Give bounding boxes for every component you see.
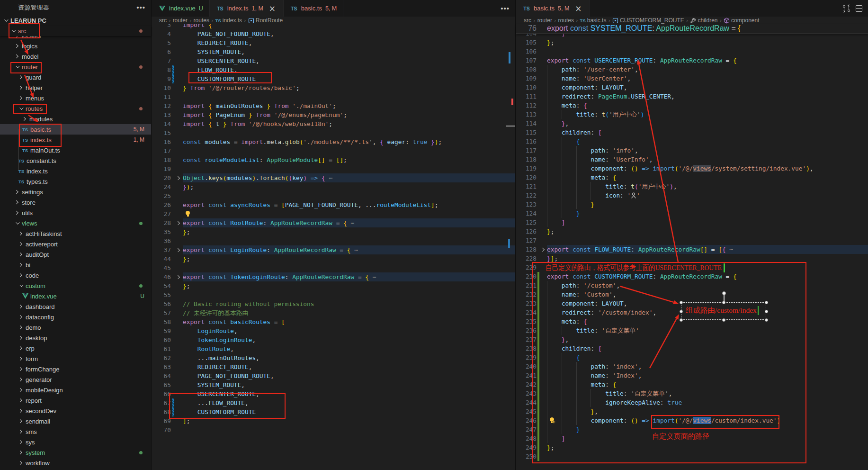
tree-item-workflow[interactable]: workflow <box>0 458 151 468</box>
fold-chevron-icon[interactable] <box>174 272 183 281</box>
code-line-249[interactable]: 249}; <box>516 443 868 452</box>
tree-item-utils[interactable]: utils <box>0 208 151 218</box>
chevron-right-icon[interactable] <box>17 230 25 237</box>
code-line-68[interactable]: 68 CUSTOMFORM_ROUTE <box>152 407 515 416</box>
code-line-247[interactable]: 247 } <box>516 425 868 434</box>
code-line-37[interactable]: 37export const LoginRoute: AppRouteRecor… <box>152 245 515 254</box>
chevron-right-icon[interactable] <box>13 209 21 217</box>
tree-item-custom[interactable]: custom <box>0 280 151 291</box>
code-line-112[interactable]: 112 meta: { <box>516 101 868 110</box>
code-line-36[interactable]: 36 <box>152 236 515 245</box>
code-line-3[interactable]: 3import { <box>152 24 515 29</box>
chevron-right-icon[interactable] <box>13 199 21 206</box>
code-line-26[interactable]: 26export const asyncRoutes = [PAGE_NOT_F… <box>152 200 515 209</box>
textbox-resize-handle[interactable] <box>765 318 768 322</box>
chevron-right-icon[interactable] <box>13 42 21 50</box>
tree-item-LEARUN-PC[interactable]: LEARUN PC <box>0 15 151 26</box>
code-line-105[interactable]: 105}; <box>516 38 868 47</box>
code-line-18[interactable]: 18const routeModuleList: AppRouteModule[… <box>152 155 515 164</box>
chevron-right-icon[interactable] <box>17 303 25 310</box>
chevron-down-icon[interactable] <box>9 27 17 35</box>
code-line-76[interactable]: 76export const SYSTEM_ROUTE: AppRouteRec… <box>516 24 868 33</box>
code-line-231[interactable]: 231 path: '/custom', <box>516 281 868 290</box>
tab-close-icon[interactable]: × <box>268 4 277 13</box>
code-line-55[interactable]: 55 <box>152 290 515 299</box>
code-line-59[interactable]: 59 LoginRoute, <box>152 326 515 335</box>
tab-basic-ts[interactable]: TSbasic.ts5, M <box>284 0 343 17</box>
code-line-229[interactable]: 229 <box>516 263 868 272</box>
fold-chevron-icon[interactable] <box>174 218 183 227</box>
code-line-8[interactable]: 8 FLOW_ROUTE, <box>152 65 515 74</box>
code-line-113[interactable]: 113 title: t('用户中心') <box>516 110 868 119</box>
tree-item-constant.ts[interactable]: TSconstant.ts <box>0 155 151 166</box>
code-line-243[interactable]: 243 title: '自定义菜单', <box>516 389 868 398</box>
code-line-119[interactable]: 119 component: () => import('/@/views/sy… <box>516 164 868 173</box>
chevron-right-icon[interactable] <box>17 73 25 81</box>
code-line-4[interactable]: 4 PAGE_NOT_FOUND_ROUTE, <box>152 29 515 38</box>
breadcrumb-item-src[interactable]: src <box>524 17 531 24</box>
code-line-108[interactable]: 108 path: '/user-center', <box>516 65 868 74</box>
code-line-238[interactable]: 238 children: [ <box>516 344 868 353</box>
chevron-right-icon[interactable] <box>17 334 25 342</box>
chevron-right-icon[interactable] <box>17 376 25 383</box>
tree-item-routes[interactable]: routes <box>0 103 151 114</box>
tree-item-sendmail[interactable]: sendmail <box>0 416 151 426</box>
chevron-right-icon[interactable] <box>21 115 28 123</box>
tab-index-vue[interactable]: index.vueU <box>152 0 210 17</box>
code-line-235[interactable]: 235 meta: { <box>516 317 868 326</box>
chevron-right-icon[interactable] <box>13 53 21 60</box>
code-line-66[interactable]: 66 USERCENTER_ROUTE, <box>152 389 515 398</box>
chevron-right-icon[interactable] <box>17 365 25 373</box>
code-line-24[interactable]: 24}); <box>152 182 515 191</box>
code-line-239[interactable]: 239 { <box>516 353 868 362</box>
code-area[interactable]: 3import {4 PAGE_NOT_FOUND_ROUTE,5 REDIRE… <box>152 24 515 470</box>
editor-more-icon[interactable]: ••• <box>501 6 510 11</box>
code-line-35[interactable]: 35}; <box>152 227 515 236</box>
code-line-54[interactable]: 54}; <box>152 281 515 290</box>
tree-item-logics[interactable]: logics <box>0 41 151 51</box>
tree-item-router[interactable]: router <box>0 62 151 72</box>
chevron-right-icon[interactable] <box>17 313 25 321</box>
code-line-7[interactable]: 7 USERCENTER_ROUTE, <box>152 56 515 65</box>
code-area[interactable]: 104 ]105};106107export const USERCENTER_… <box>516 24 868 470</box>
chevron-right-icon[interactable] <box>17 251 25 258</box>
tree-item-guard[interactable]: guard <box>0 72 151 82</box>
code-line-5[interactable]: 5 REDIRECT_ROUTE, <box>152 38 515 47</box>
chevron-right-icon[interactable] <box>17 324 25 331</box>
tree-item-model[interactable]: model <box>0 51 151 62</box>
code-line-12[interactable]: 12import { mainOutRoutes } from './mainO… <box>152 101 515 110</box>
code-line-123[interactable]: 123 } <box>516 200 868 209</box>
code-line-111[interactable]: 111 redirect: PageEnum.USER_CENTER, <box>516 92 868 101</box>
code-line-67[interactable]: 67 ...FLOW_ROUTE, <box>152 398 515 407</box>
fold-chevron-icon[interactable] <box>174 245 183 254</box>
breadcrumb-item-router[interactable]: router <box>537 17 552 24</box>
tree-item-store[interactable]: store <box>0 197 151 208</box>
breadcrumb-item-RootRoute[interactable]: RootRoute <box>248 17 283 24</box>
breadcrumb-item-routes[interactable]: routes <box>558 17 574 24</box>
chevron-right-icon[interactable] <box>17 84 25 91</box>
code-line-116[interactable]: 116 { <box>516 137 868 146</box>
breadcrumb-item-basic-ts[interactable]: TSbasic.ts <box>580 17 607 24</box>
textbox-rotate-handle[interactable] <box>722 291 726 295</box>
code-line-234[interactable]: 234 redirect: '/custom/index', <box>516 308 868 317</box>
code-line-248[interactable]: 248 ] <box>516 434 868 443</box>
chevron-down-icon[interactable] <box>13 63 21 71</box>
tree-item-helper[interactable]: helper <box>0 82 151 93</box>
chevron-right-icon[interactable] <box>17 397 25 404</box>
code-line-117[interactable]: 117 path: 'info', <box>516 146 868 155</box>
tree-item-erp[interactable]: erp <box>0 343 151 353</box>
tree-item-types.ts[interactable]: TStypes.ts <box>0 176 151 187</box>
breadcrumb-item-routes[interactable]: routes <box>194 17 209 24</box>
chevron-down-icon[interactable] <box>2 17 9 24</box>
sticky-scroll-row[interactable]: 76export const SYSTEM_ROUTE: AppRouteRec… <box>516 24 868 34</box>
code-line-61[interactable]: 61 RootRoute, <box>152 344 515 353</box>
textbox-resize-handle[interactable] <box>680 301 683 304</box>
code-line-120[interactable]: 120 meta: { <box>516 173 868 182</box>
code-line-19[interactable]: 19 <box>152 164 515 173</box>
code-line-11[interactable]: 11 <box>152 92 515 101</box>
tree-item-views[interactable]: views <box>0 218 151 228</box>
tree-item-actHiTaskinst[interactable]: actHiTaskinst <box>0 228 151 239</box>
code-line-45[interactable]: 45 <box>152 263 515 272</box>
code-line-237[interactable]: 237 }, <box>516 335 868 344</box>
textbox-resize-handle[interactable] <box>722 301 725 304</box>
